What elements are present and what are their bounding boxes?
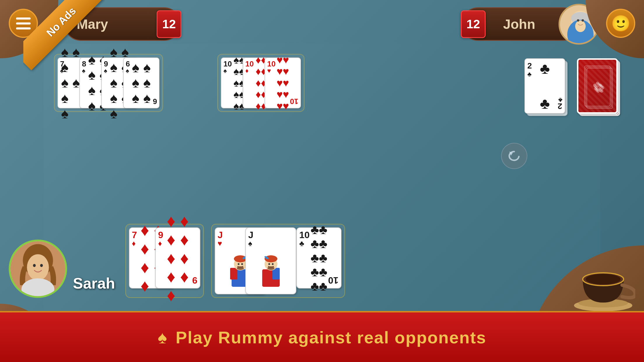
svg-point-10 [27,254,49,280]
sarah-name: Sarah [73,275,115,292]
mary-card-count: 12 [157,10,181,38]
svg-point-11 [33,264,36,267]
smile-icon: 🙂 [611,14,631,33]
undo-button[interactable] [501,143,527,169]
svg-point-33 [586,274,621,284]
discard-top-card[interactable]: 2 ♣ ♣♣ ♣ 2 [524,58,565,114]
svg-point-12 [40,264,43,267]
card-group-tens: 10♠ ♠♠♠♠♠♠♠♠♠♠ 10 10♦ ♦♦♦♦♦♦♦♦♦♦ 10 10♥ … [217,54,304,112]
card-6-spades[interactable]: 6♠ ♠ ♠♠ ♠♠ ♠ 6 [123,57,160,108]
no-ads-banner: No Ads [23,0,105,82]
draw-pile[interactable]: ✿ ✿ ✿ [577,58,624,120]
svg-point-13 [22,278,55,298]
svg-point-19 [238,263,239,265]
svg-point-28 [272,263,274,265]
john-plate: 12 John [461,7,580,41]
game-area: No Ads 🙂 Mary 12 12 John [0,0,644,362]
no-ads-text: No Ads [44,5,78,39]
svg-point-4 [575,20,586,32]
svg-point-6 [582,19,584,22]
sarah-card-j-spades[interactable]: J♠ [245,227,296,294]
banner-spade-icon: ♠ [158,327,167,347]
banner-text: Play Rummy against real opponents [176,328,486,347]
sarah-area: Sarah 7♦ ♦ ♦♦ ♦♦ ♦♦ 7 9♦ ♦ ♦♦ ♦♦ ♦♦ ♦♦ 9 [0,210,644,304]
smile-button[interactable]: 🙂 [606,9,635,38]
svg-point-27 [268,263,270,265]
no-ads-ribbon: No Ads [23,0,105,70]
sarah-card-9-diamonds[interactable]: 9♦ ♦ ♦♦ ♦♦ ♦♦ ♦♦ 9 [155,227,200,289]
discard-pile[interactable]: 2 ♣ ♣♣ ♣ 2 2 ♣ ♣♣ ♣ 2 [524,58,571,120]
sarah-cards: 7♦ ♦ ♦♦ ♦♦ ♦♦ 7 9♦ ♦ ♦♦ ♦♦ ♦♦ ♦♦ 9 J♥ [125,224,349,298]
svg-rect-15 [230,268,237,280]
sarah-group-diamonds: 7♦ ♦ ♦♦ ♦♦ ♦♦ 7 9♦ ♦ ♦♦ ♦♦ ♦♦ ♦♦ 9 [125,224,204,298]
john-card-count: 12 [461,10,486,38]
john-name: John [503,16,535,32]
deck-area: 2 ♣ ♣♣ ♣ 2 2 ♣ ♣♣ ♣ 2 ✿ [524,58,626,120]
bottom-banner: ♠ Play Rummy against real opponents [0,311,644,362]
svg-point-20 [241,263,243,265]
card-10-hearts[interactable]: 10♥ ♥♥♥♥♥♥♥♥♥♥ 10 [265,57,301,108]
sarah-group-jacks: J♥ [211,224,345,298]
svg-point-5 [577,19,579,22]
svg-point-9 [23,244,53,277]
undo-icon [507,149,522,163]
coffee-cup [571,250,635,315]
sarah-avatar [9,240,67,298]
svg-rect-8 [10,241,65,296]
sarah-card-10-clubs[interactable]: 10♣ ♣♣♣♣♣♣♣♣♣♣ 10 [296,227,342,289]
